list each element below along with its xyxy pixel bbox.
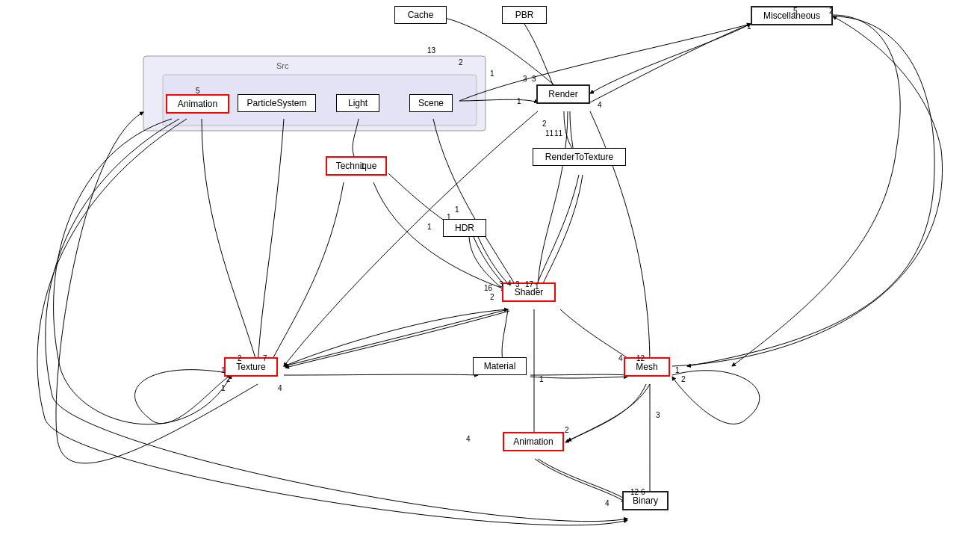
animation-src-node: Animation bbox=[166, 94, 229, 114]
edge-label-shader-2: 2 bbox=[490, 293, 494, 301]
edge-label-technique-1: 1 bbox=[361, 162, 365, 170]
edge-label-pbr-3a: 3 bbox=[523, 75, 527, 83]
edge-label-texture-2: 2 bbox=[238, 354, 242, 362]
binary-node: Binary bbox=[622, 491, 669, 510]
edge-label-shader-16: 16 bbox=[484, 284, 492, 292]
edge-label-mesh-2a: 2 bbox=[681, 375, 686, 383]
edge-label-cache-2: 2 bbox=[459, 58, 463, 67]
edge-label-texture-1b: 1 bbox=[221, 384, 226, 392]
mesh-node: Mesh bbox=[624, 357, 670, 377]
edge-label-shader-1a: 1 bbox=[535, 282, 539, 291]
rendertotexture-node: RenderToTexture bbox=[533, 148, 626, 166]
edge-label-shader-3b: 3 bbox=[515, 280, 520, 288]
edge-label-mesh-4a: 4 bbox=[618, 354, 623, 362]
edge-label-render-1: 1 bbox=[517, 97, 521, 105]
miscellaneous-node: Miscellaneous bbox=[751, 6, 833, 25]
texture-node: Texture bbox=[224, 357, 278, 377]
edge-label-misc-5: 5 bbox=[793, 7, 798, 15]
edge-label-anim-2: 2 bbox=[565, 426, 569, 434]
edge-label-src-5: 5 bbox=[196, 87, 200, 95]
edge-label-texture-7: 7 bbox=[263, 354, 267, 362]
cache-node: Cache bbox=[394, 6, 447, 24]
technique-node: Technique bbox=[326, 156, 387, 176]
edge-label-misc-2: 2 bbox=[829, 7, 834, 15]
edge-label-render-4: 4 bbox=[598, 101, 602, 109]
edge-label-shader-3a: 3 bbox=[499, 280, 503, 288]
edge-label-texture-4: 4 bbox=[278, 384, 282, 392]
edge-label-material-1: 1 bbox=[539, 375, 544, 383]
edge-label-cache-1: 1 bbox=[490, 69, 494, 78]
edge-label-binary-12: 12 bbox=[630, 488, 639, 496]
edge-label-render-11b: 11 bbox=[554, 129, 562, 138]
pbr-node: PBR bbox=[502, 6, 547, 24]
edge-label-render-2: 2 bbox=[542, 120, 547, 128]
edge-label-shader-4a: 4 bbox=[507, 279, 512, 288]
edge-label-shader-17: 17 bbox=[525, 280, 533, 288]
edge-label-anim-4: 4 bbox=[466, 435, 471, 443]
edge-label-hdr-1b: 1 bbox=[447, 213, 451, 221]
edge-label-mesh-1a: 1 bbox=[675, 366, 680, 374]
scene-node: Scene bbox=[409, 94, 453, 112]
edge-label-hdr-1a: 1 bbox=[427, 223, 432, 231]
particlesystem-node: ParticleSystem bbox=[238, 94, 316, 112]
animation-node: Animation bbox=[503, 432, 564, 451]
edge-label-mesh-3: 3 bbox=[656, 411, 660, 419]
edge-label-texture-1a: 1 bbox=[221, 366, 226, 374]
hdr-node: HDR bbox=[443, 219, 486, 237]
light-node: Light bbox=[336, 94, 379, 112]
edge-label-binary-4: 4 bbox=[605, 499, 610, 507]
edge-label-texture-2b: 2 bbox=[226, 375, 231, 383]
edge-label-misc-1: 1 bbox=[747, 22, 751, 31]
edge-label-pbr-3b: 3 bbox=[532, 75, 536, 83]
edge-label-cache-13: 13 bbox=[427, 46, 435, 55]
edge-label-mesh-12: 12 bbox=[636, 354, 645, 362]
edge-label-binary-6: 6 bbox=[641, 488, 645, 496]
edge-label-hdr-1c: 1 bbox=[455, 206, 459, 214]
svg-text:Src: Src bbox=[276, 61, 289, 70]
render-node: Render bbox=[536, 84, 590, 104]
material-node: Material bbox=[473, 357, 527, 375]
edge-label-render-11a: 11 bbox=[545, 129, 553, 138]
